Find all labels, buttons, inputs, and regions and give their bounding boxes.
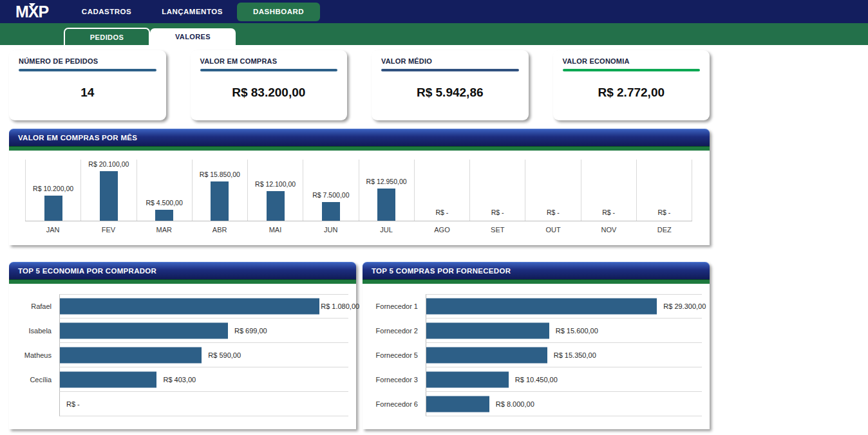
bar-value-label: R$ 12.950,00 (366, 178, 407, 185)
month-column-mar: R$ 4.500,00 (137, 160, 192, 221)
tab-pedidos[interactable]: PEDIDOS (64, 28, 150, 45)
bar-rafael (60, 299, 319, 315)
kpi-title: NÚMERO DE PEDIDOS (19, 57, 156, 65)
kpi-value: R$ 5.942,86 (381, 86, 519, 100)
month-tick-label: DEZ (637, 221, 692, 234)
bar-jan (44, 196, 62, 221)
bar-value-label: R$ - (491, 208, 504, 216)
bar-isabela (60, 322, 228, 338)
hbar-category-label (9, 392, 59, 416)
bar-value-label: R$ - (602, 208, 615, 216)
panel-top5-comprador: TOP 5 ECONOMIA POR COMPRADOR RafaelR$ 1.… (9, 262, 356, 429)
app-logo[interactable]: MXP (0, 3, 64, 21)
bar-value-label: R$ 15.350,00 (554, 351, 596, 359)
month-column-out: R$ - (525, 160, 580, 221)
kpi-value: R$ 83.200,00 (200, 86, 338, 100)
month-tick-label: MAR (137, 221, 192, 234)
month-tick-label: JAN (25, 221, 80, 234)
month-tick-label: JUN (303, 221, 359, 234)
dashboard-content: NÚMERO DE PEDIDOS 14 VALOR EM COMPRAS R$… (0, 45, 868, 429)
month-tick-label: MAI (247, 221, 303, 234)
month-tick-label: OUT (525, 221, 581, 234)
bar-value-label: R$ - (66, 400, 80, 408)
bar-value-label: R$ - (657, 208, 670, 216)
hbar-category-label: Fornecedor 5 (363, 343, 426, 367)
month-chart: R$ 10.200,00R$ 20.100,00R$ 4.500,00R$ 15… (9, 151, 710, 245)
panel-top5-fornecedor: TOP 5 COMPRAS POR FORNECEDOR Fornecedor … (363, 262, 710, 429)
hbar-chart-comprador: RafaelR$ 1.080,00IsabelaR$ 699,00Matheus… (9, 284, 356, 429)
kpi-row: NÚMERO DE PEDIDOS 14 VALOR EM COMPRAS R$… (9, 50, 710, 120)
month-column-jun: R$ 7.500,00 (303, 160, 358, 221)
bar-value-label: R$ 7.500,00 (312, 191, 349, 199)
bar-fornecedor-2 (426, 322, 549, 338)
bar-cecília (60, 371, 156, 387)
panel-valor-compras-mes: VALOR EM COMPRAS POR MÊS R$ 10.200,00R$ … (9, 129, 710, 245)
kpi-accent-bar (19, 69, 156, 71)
nav-item-lancamentos[interactable]: LANÇAMENTOS (149, 8, 235, 15)
month-axis: JANFEVMARABRMAIJUNJULAGOSETOUTNOVDEZ (25, 221, 692, 234)
hbar-category-label: Cecília (9, 367, 59, 392)
bar-jun (322, 202, 340, 221)
bar-mar (155, 210, 173, 221)
month-tick-label: SET (470, 221, 525, 234)
nav-item-cadastros[interactable]: CADASTROS (64, 8, 149, 15)
bar-value-label: R$ 29.300,00 (663, 302, 706, 310)
hbar-row: Fornecedor 3R$ 10.450,00 (363, 367, 710, 392)
month-column-set: R$ - (469, 160, 525, 221)
bar-fornecedor-1 (426, 299, 657, 315)
panel-header: TOP 5 ECONOMIA POR COMPRADOR (9, 262, 356, 279)
bar-value-label: R$ 8.000,00 (496, 400, 534, 408)
hbar-category-label: Rafael (9, 294, 59, 319)
month-column-dez: R$ - (636, 160, 692, 221)
bar-value-label: R$ 15.850,00 (200, 171, 240, 178)
bar-matheus (60, 347, 202, 363)
hbar-row: R$ - (9, 392, 356, 416)
panel-green-strip (9, 279, 356, 284)
panel-green-strip (9, 146, 710, 151)
nav-button-dashboard[interactable]: DASHBOARD (237, 3, 320, 21)
logo-caret-icon (29, 3, 35, 7)
month-column-nov: R$ - (581, 160, 636, 221)
hbar-track: R$ 15.600,00 (426, 319, 702, 343)
kpi-accent-bar (200, 69, 338, 71)
hbar-row: Fornecedor 1R$ 29.300,00 (363, 294, 710, 319)
bar-abr (211, 181, 229, 221)
hbar-category-label: Fornecedor 3 (363, 367, 426, 392)
hbar-track: R$ 29.300,00 (426, 294, 702, 319)
hbar-row: RafaelR$ 1.080,00 (9, 294, 356, 319)
hbar-row: Fornecedor 2R$ 15.600,00 (363, 319, 710, 343)
kpi-card-valor-medio: VALOR MÉDIO R$ 5.942,86 (372, 50, 529, 120)
hbar-track: R$ 15.350,00 (426, 343, 702, 367)
kpi-card-valor-compras: VALOR EM COMPRAS R$ 83.200,00 (191, 50, 348, 120)
hbar-category-label: Fornecedor 2 (363, 319, 426, 343)
hbar-track: R$ 403,00 (59, 367, 348, 392)
tab-valores[interactable]: VALORES (150, 28, 236, 45)
hbar-category-label: Matheus (9, 343, 59, 367)
hbar-track: R$ 1.080,00 (59, 294, 348, 319)
panel-header: VALOR EM COMPRAS POR MÊS (9, 129, 710, 146)
top-navbar: MXP CADASTROS LANÇAMENTOS DASHBOARD (0, 0, 868, 23)
panel-title: TOP 5 ECONOMIA POR COMPRADOR (18, 267, 156, 275)
bar-value-label: R$ - (435, 208, 448, 216)
bar-value-label: R$ 4.500,00 (146, 199, 183, 207)
month-tick-label: ABR (192, 221, 247, 234)
hbar-track: R$ - (59, 392, 348, 416)
bar-value-label: R$ 1.080,00 (321, 302, 359, 310)
panel-header: TOP 5 COMPRAS POR FORNECEDOR (363, 262, 710, 279)
hbar-row: CecíliaR$ 403,00 (9, 367, 356, 392)
panel-green-strip (363, 279, 710, 284)
month-tick-label: FEV (80, 221, 136, 234)
bar-value-label: R$ 403,00 (163, 376, 196, 384)
bottom-charts-row: TOP 5 ECONOMIA POR COMPRADOR RafaelR$ 1.… (9, 254, 868, 429)
kpi-card-numero-pedidos: NÚMERO DE PEDIDOS 14 (9, 50, 166, 120)
tab-bar: PEDIDOS VALORES (0, 23, 868, 45)
kpi-accent-bar (381, 69, 519, 71)
month-column-fev: R$ 20.100,00 (80, 160, 136, 221)
panel-title: VALOR EM COMPRAS POR MÊS (18, 134, 137, 142)
hbar-track: R$ 590,00 (59, 343, 348, 367)
kpi-value: R$ 2.772,00 (563, 86, 701, 100)
bar-value-label: R$ 12.100,00 (255, 180, 296, 188)
hbar-track: R$ 8.000,00 (426, 392, 702, 416)
bar-value-label: R$ 15.600,00 (556, 327, 598, 335)
hbar-category-label: Fornecedor 6 (363, 392, 426, 416)
